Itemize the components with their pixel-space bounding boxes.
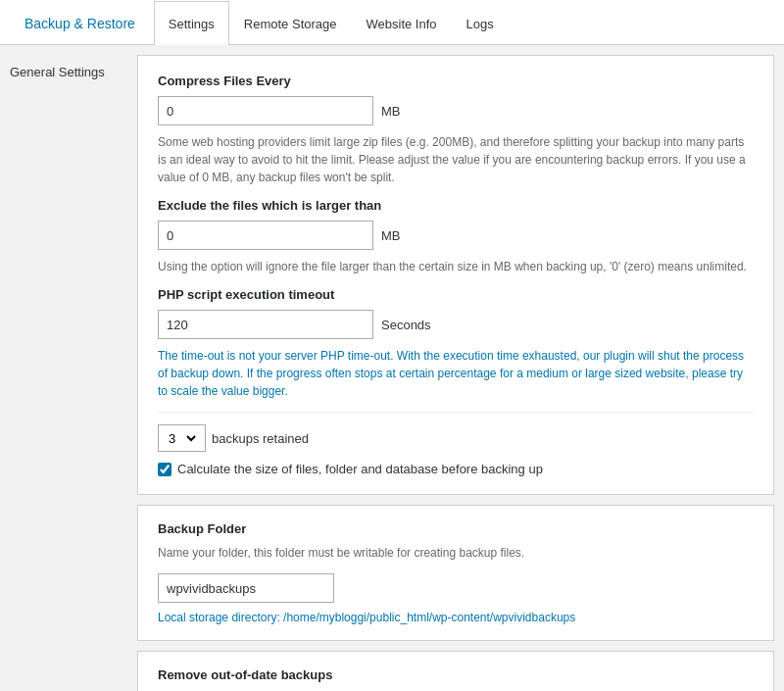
remove-backups-label: Remove out-of-date backups: [158, 667, 754, 682]
compress-input-row: MB: [158, 96, 754, 125]
backups-retained-label: backups retained: [212, 431, 309, 446]
exclude-label: Exclude the files which is larger than: [158, 198, 754, 213]
general-settings-section: Compress Files Every MB Some web hosting…: [137, 55, 774, 495]
sidebar: General Settings: [10, 55, 127, 691]
calculate-checkbox-row: Calculate the size of files, folder and …: [158, 462, 754, 476]
backups-retained-row: 3 1 2 4 5 6 7 8 9 10 backups retained: [158, 424, 754, 452]
compress-input[interactable]: [158, 96, 373, 125]
backup-folder-label: Backup Folder: [158, 521, 754, 536]
tab-logs[interactable]: Logs: [452, 1, 509, 45]
local-path-row: Local storage directory: /home/mybloggi/…: [158, 611, 754, 624]
backups-retained-select[interactable]: 3 1 2 4 5 6 7 8 9 10: [165, 430, 199, 447]
content-area: Compress Files Every MB Some web hosting…: [137, 55, 774, 691]
exclude-input-row: MB: [158, 221, 754, 250]
compress-help: Some web hosting providers limit large z…: [158, 133, 754, 186]
php-timeout-input[interactable]: [158, 310, 373, 339]
php-timeout-label: PHP script execution timeout: [158, 287, 754, 302]
local-path-label: Local storage directory:: [158, 611, 280, 624]
main-content: General Settings Compress Files Every MB…: [0, 45, 784, 691]
exclude-input[interactable]: [158, 221, 373, 250]
calculate-checkbox[interactable]: [158, 463, 172, 476]
local-path-value: /home/mybloggi/public_html/wp-content/wp…: [283, 611, 575, 624]
remove-backups-section: Remove out-of-date backups Web Server Di…: [137, 651, 774, 691]
compress-label: Compress Files Every: [158, 74, 754, 88]
tab-website-info[interactable]: Website Info: [352, 1, 452, 45]
backups-retained-select-wrapper[interactable]: 3 1 2 4 5 6 7 8 9 10: [158, 424, 206, 452]
php-timeout-unit: Seconds: [381, 318, 431, 332]
backup-folder-section: Backup Folder Name your folder, this fol…: [137, 505, 774, 641]
tab-settings[interactable]: Settings: [154, 1, 229, 45]
exclude-unit: MB: [381, 228, 401, 243]
tab-backup-restore[interactable]: Backup & Restore: [10, 1, 154, 45]
sidebar-general-settings-label: General Settings: [10, 65, 127, 79]
divider: [158, 412, 754, 413]
calculate-label: Calculate the size of files, folder and …: [177, 462, 543, 476]
php-timeout-help: The time-out is not your server PHP time…: [158, 347, 754, 400]
top-navigation: Backup & Restore Settings Remote Storage…: [0, 0, 784, 45]
exclude-help: Using the option will ignore the file la…: [158, 258, 754, 275]
backup-folder-description: Name your folder, this folder must be wr…: [158, 544, 754, 562]
php-timeout-input-row: Seconds: [158, 310, 754, 339]
tab-remote-storage[interactable]: Remote Storage: [229, 1, 352, 45]
backup-folder-input[interactable]: [158, 573, 334, 603]
compress-unit: MB: [381, 104, 401, 119]
